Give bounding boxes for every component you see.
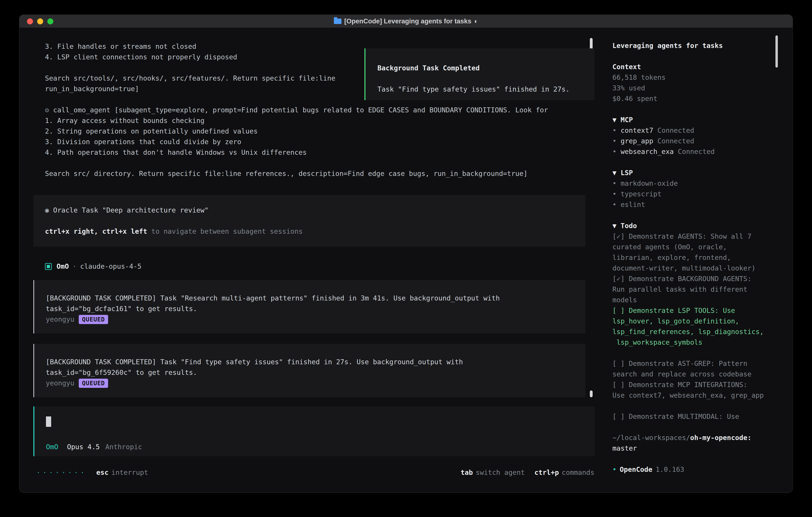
window-title: [OpenCode] Leveraging agents for tasks ◐	[334, 18, 478, 25]
subagent-navigation-hint: ctrl+x right, ctrl+x left to navigate be…	[45, 226, 574, 237]
window-title-text: [OpenCode] Leveraging agents for tasks	[344, 18, 471, 25]
agent-session-header: OmO · claude-opus-4-5	[45, 261, 604, 272]
half-moon-icon: ◐	[474, 18, 478, 25]
tab-key-label: switch agent	[476, 467, 525, 478]
bullet-icon: •	[612, 190, 616, 198]
gear-icon: ⚙	[45, 106, 49, 114]
todo-section-header[interactable]: ▼ Todo	[612, 220, 783, 231]
lsp-item: • eslint	[612, 199, 783, 210]
todo-item: [✓] Demonstrate BACKGROUND AGENTS: Run p…	[612, 273, 770, 305]
background-task-message: [BACKGROUND TASK COMPLETED] Task "Find t…	[33, 344, 585, 397]
prompt-input[interactable]: OmO Opus 4.5 Anthropic	[33, 406, 595, 456]
message-author: yeongyu	[46, 314, 74, 325]
agent-name: OmO	[57, 261, 69, 272]
workspace-path: ~/local-workspaces/oh-my-opencode: maste…	[612, 432, 783, 454]
bullet-icon: •	[612, 179, 616, 187]
message-meta: yeongyu QUEUED	[46, 314, 574, 325]
toast-body: Task "Find type safety issues" finished …	[377, 84, 582, 94]
mcp-item: • grep_app Connected	[612, 136, 783, 146]
session-title: Leveraging agents for tasks	[612, 40, 783, 51]
bullet-icon: •	[612, 126, 616, 134]
ctrlp-key-label: commands	[562, 467, 594, 478]
bullet-icon: •	[612, 465, 616, 473]
hint-keys: ctrl+x right, ctrl+x left	[45, 227, 147, 235]
tool-call-line: ⚙ call_omo_agent [subagent_type=explore,…	[45, 105, 604, 115]
output-line: 1. Array access without bounds checking	[45, 115, 604, 126]
toast-title: Background Task Completed	[377, 63, 582, 73]
lsp-section: ▼ LSP • markdown-oxide • typescript • es…	[612, 167, 783, 210]
sidebar-scrollbar-thumb[interactable]	[776, 35, 778, 67]
tool-call-text: call_omo_agent [subagent_type=explore, p…	[53, 106, 548, 114]
main-scrollbar-thumb-end[interactable]	[590, 390, 592, 397]
terminal-main: Background Task Completed Task "Find typ…	[19, 28, 604, 493]
mcp-section-header[interactable]: ▼ MCP	[612, 114, 783, 125]
oracle-task-title: Oracle Task "Deep architecture review"	[53, 206, 209, 214]
todo-item: [ ] Demonstrate MULTIMODAL: Use	[612, 411, 770, 422]
queued-badge: QUEUED	[79, 315, 108, 324]
ctrlp-key-hint: ctrl+p	[534, 467, 559, 478]
agent-square-icon	[45, 263, 52, 270]
close-button[interactable]	[27, 19, 33, 24]
input-meta: OmO Opus 4.5 Anthropic	[46, 442, 583, 452]
minimize-button[interactable]	[37, 19, 43, 24]
status-bar: ········ esc interrupt tab switch agent …	[36, 467, 594, 478]
message-author: yeongyu	[46, 378, 74, 388]
output-line: 3. Division operations that could divide…	[45, 137, 604, 147]
message-meta: yeongyu QUEUED	[46, 378, 574, 388]
spinner-dots: ········	[36, 467, 87, 478]
input-model-name: Opus 4.5	[67, 442, 100, 452]
message-line: task_id="bg_6f59260c" to get results.	[46, 367, 574, 378]
record-icon: ◉	[45, 206, 49, 214]
workspace-branch: master	[612, 443, 783, 454]
titlebar[interactable]: [OpenCode] Leveraging agents for tasks ◐	[19, 15, 793, 28]
todo-item: [ ] Demonstrate MCP INTEGRATIONS: Use co…	[612, 379, 770, 401]
context-spent: $0.46 spent	[612, 93, 783, 104]
traffic-lights	[27, 19, 53, 24]
bullet-icon: •	[612, 137, 616, 145]
lsp-item: • typescript	[612, 189, 783, 199]
version-line: •OpenCode1.0.163	[612, 464, 783, 475]
folder-icon	[334, 19, 342, 24]
message-line: [BACKGROUND TASK COMPLETED] Task "Find t…	[46, 357, 574, 367]
output-line: 2. String operations on potentially unde…	[45, 126, 604, 137]
input-agent-name: OmO	[46, 442, 58, 452]
context-section: Context 66,518 tokens 33% used $0.46 spe…	[612, 61, 783, 104]
esc-key-hint: esc	[96, 467, 109, 478]
separator-dot: ·	[72, 261, 76, 272]
text-cursor	[46, 416, 51, 427]
context-header: Context	[612, 61, 783, 72]
zoom-button[interactable]	[47, 19, 53, 24]
todo-item: [ ] Demonstrate AST-GREP: Pattern search…	[612, 358, 770, 379]
lsp-item: • markdown-oxide	[612, 178, 783, 189]
message-line: task_id="bg_dcfac161" to get results.	[46, 303, 574, 314]
todo-item-active: [ ] Demonstrate LSP TOOLS: Use lsp_hover…	[612, 305, 770, 348]
bullet-icon: •	[612, 147, 616, 156]
context-tokens: 66,518 tokens	[612, 72, 783, 83]
background-task-toast: Background Task Completed Task "Find typ…	[365, 48, 594, 100]
input-provider-name: Anthropic	[105, 442, 142, 452]
background-task-message: [BACKGROUND TASK COMPLETED] Task "Resear…	[33, 280, 585, 333]
queued-badge: QUEUED	[79, 379, 108, 388]
opencode-window: [OpenCode] Leveraging agents for tasks ◐…	[19, 15, 793, 493]
mcp-item: • websearch_exa Connected	[612, 146, 783, 157]
agent-model: claude-opus-4-5	[80, 261, 142, 272]
output-line: 4. Path operations that don't handle Win…	[45, 147, 604, 158]
workspace-line: ~/local-workspaces/oh-my-opencode:	[612, 432, 783, 443]
output-line: Search src/ directory. Return specific f…	[45, 168, 604, 179]
lsp-section-header[interactable]: ▼ LSP	[612, 167, 783, 178]
oracle-task-heading: ◉ Oracle Task "Deep architecture review"	[45, 205, 574, 216]
tab-key-hint: tab	[461, 467, 473, 478]
context-used: 33% used	[612, 83, 783, 93]
bullet-icon: •	[612, 200, 616, 209]
esc-key-label: interrupt	[111, 467, 148, 478]
message-line: [BACKGROUND TASK COMPLETED] Task "Resear…	[46, 293, 574, 303]
sidebar: Leveraging agents for tasks Context 66,5…	[604, 28, 793, 493]
oracle-task-panel: ◉ Oracle Task "Deep architecture review"…	[33, 195, 585, 247]
todo-item: [✓] Demonstrate AGENTS: Show all 7 curat…	[612, 231, 770, 273]
blank-line	[45, 158, 604, 168]
mcp-item: • context7 Connected	[612, 125, 783, 136]
hint-text: to navigate between subagent sessions	[147, 227, 303, 235]
todo-section: ▼ Todo [✓] Demonstrate AGENTS: Show all …	[612, 220, 783, 422]
mcp-section: ▼ MCP • context7 Connected • grep_app Co…	[612, 114, 783, 157]
